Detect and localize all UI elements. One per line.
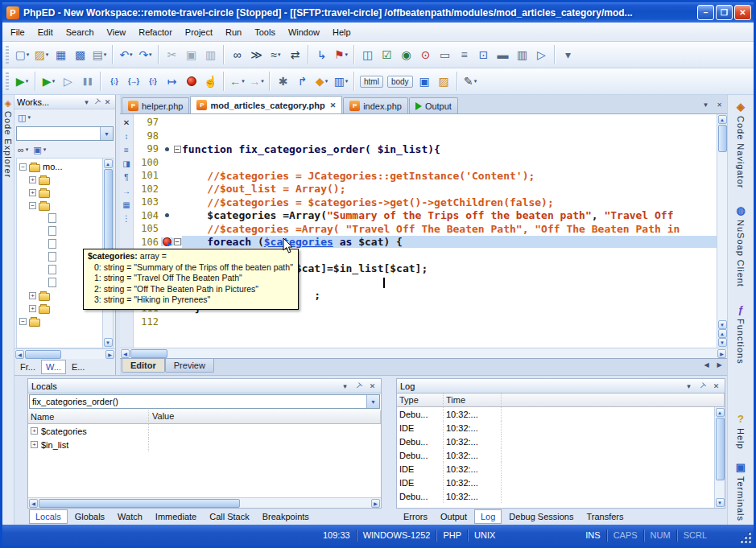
profile-account-button[interactable]: ◆▾ (312, 72, 331, 91)
log-row[interactable]: Debu...10:32:... (397, 448, 725, 462)
log-row[interactable]: IDE10:32:... (397, 421, 725, 435)
file-tab-index-php[interactable]: Pindex.php (343, 97, 408, 113)
code-line-103[interactable]: 103 //$categories = $categories->get()->… (134, 196, 717, 209)
scroll-down-icon[interactable]: ▼ (104, 338, 113, 347)
scroll-down-icon[interactable]: ▼ (718, 320, 727, 329)
code-navigator-tab[interactable]: ◈Code Navigator (734, 100, 748, 188)
scroll-up-icon[interactable]: ▲ (718, 115, 727, 124)
more-tools-button[interactable]: ▾ (559, 45, 577, 64)
copy-markup-button[interactable]: ▣ (415, 72, 434, 91)
next-bookmark-button[interactable]: ▼ (718, 338, 727, 347)
line-number[interactable]: 112 (134, 316, 161, 328)
cut-button[interactable]: ✂ (163, 45, 181, 64)
tree-expander-icon[interactable]: + (29, 176, 36, 183)
stop-button[interactable] (182, 72, 200, 91)
goto-line-button[interactable]: ↳ (312, 45, 331, 64)
scrollbar-thumb[interactable] (718, 125, 727, 152)
scroll-up-icon[interactable]: ▲ (104, 159, 113, 168)
fold-toggle-icon[interactable]: − (174, 146, 181, 153)
gui-list-button[interactable]: ≡ (455, 45, 473, 64)
help-tab[interactable]: ?Help (734, 412, 748, 450)
line-number[interactable]: 103 (134, 196, 161, 208)
prev-bookmark-button[interactable]: ▲ (718, 329, 727, 338)
column-header-time[interactable]: Time (444, 393, 502, 407)
log-row[interactable]: IDE10:32:... (397, 462, 725, 476)
scrollbar-thumb[interactable] (25, 350, 61, 359)
tree-item[interactable] (17, 225, 102, 237)
file-tab-helper-php[interactable]: Phelper.php (122, 97, 189, 113)
toolbar-grip[interactable] (6, 46, 9, 64)
fold-column[interactable]: − (172, 238, 182, 245)
scroll-right-icon[interactable]: ▶ (371, 499, 380, 508)
paste-button[interactable]: ▥ (201, 45, 220, 64)
redo-button[interactable]: ↷▾ (136, 45, 155, 64)
log-tab-debug-sessions[interactable]: Debug Sessions (503, 510, 579, 523)
tree-expander-icon[interactable]: − (19, 163, 27, 171)
locals-row[interactable]: +$categories (28, 424, 381, 438)
navigate-back-button[interactable]: ←▾ (228, 72, 246, 91)
gui-toolbar-button[interactable]: ▥ (513, 45, 531, 64)
run-without-debug-button[interactable]: ▷ (59, 72, 77, 91)
bookmark-button[interactable]: ⚑▾ (332, 45, 350, 64)
scroll-left-icon[interactable]: ◀ (29, 499, 38, 508)
tree-item[interactable]: + (17, 186, 102, 199)
column-header-extra[interactable] (502, 393, 725, 407)
close-tab-button[interactable]: ✕ (713, 99, 725, 110)
close-icon[interactable]: ✕ (102, 98, 113, 106)
column-header-value[interactable]: Value (149, 410, 381, 424)
line-number[interactable]: 106 (134, 237, 161, 248)
code-line-106[interactable]: 106▶− foreach ($categories as $cat) { (134, 236, 717, 249)
scroll-left-icon[interactable]: ◀ (121, 349, 130, 358)
scroll-up-icon[interactable]: ▲ (716, 408, 725, 417)
menu-item-project[interactable]: Project (179, 24, 219, 40)
pause-execution-button[interactable]: ☝ (201, 72, 220, 91)
debug-tab-call-stack[interactable]: Call Stack (204, 510, 255, 523)
show-paragraphs-button[interactable]: ¶ (121, 171, 133, 183)
chevron-down-icon[interactable]: ▾ (684, 382, 694, 390)
log-tab-output[interactable]: Output (435, 510, 473, 523)
bookmark-list-button[interactable]: ≡ (121, 144, 133, 156)
log-row[interactable]: Debu...10:32:... (397, 435, 725, 448)
project-settings-button[interactable]: ✱ (274, 72, 292, 91)
locals-row[interactable]: +$in_list (28, 438, 381, 451)
gui-radio-button[interactable]: ◉ (397, 45, 415, 64)
scroll-right-icon[interactable]: ▶ (717, 349, 726, 358)
chevron-down-icon[interactable]: ▼ (366, 395, 379, 408)
scroll-right-icon[interactable]: ▶ (105, 350, 114, 359)
dock-splitter[interactable] (386, 378, 391, 525)
tree-expander-icon[interactable]: − (29, 202, 36, 209)
minimize-button[interactable]: – (697, 5, 714, 20)
pin-icon[interactable]: ⊤ (352, 379, 365, 392)
gui-media-button[interactable]: ▷ (532, 45, 551, 64)
code-line-98[interactable]: 98 (134, 130, 717, 143)
new-file-button[interactable]: ▢▾ (13, 45, 31, 64)
copy-button[interactable]: ▣ (182, 45, 200, 64)
code-editor[interactable]: ✕↕≡◨¶→▦⋮ 979899−function fix_categories_… (120, 114, 727, 348)
editor-vscrollbar[interactable]: ▲ ▼ ▲ ▼ (717, 114, 727, 348)
replace-button[interactable]: ⇄ (286, 45, 304, 64)
menu-item-window[interactable]: Window (282, 24, 326, 40)
line-number[interactable]: 104 (134, 210, 161, 221)
gui-window-button[interactable]: ◫ (358, 45, 377, 64)
tree-item[interactable]: + (17, 173, 102, 186)
gutter-marks[interactable] (161, 213, 172, 217)
column-header-name[interactable]: Name (28, 410, 149, 424)
body-tag-button[interactable]: body (386, 72, 415, 91)
navigate-forward-button[interactable]: →▾ (247, 72, 266, 91)
line-number[interactable]: 101 (134, 170, 161, 181)
tree-expander-icon[interactable]: − (19, 318, 27, 325)
step-out-button[interactable]: {↑} (143, 72, 162, 91)
code-report-button[interactable]: ▥▾ (332, 72, 350, 91)
deploy-button[interactable]: ↱ (293, 72, 312, 91)
run-in-browser-button[interactable]: ▶▾ (39, 72, 58, 91)
close-icon[interactable]: ✕ (367, 382, 378, 390)
pause-button[interactable]: ❚❚ (78, 72, 97, 91)
terminals-tab[interactable]: ▣Terminals (734, 460, 748, 521)
gui-input-button[interactable]: ▭ (436, 45, 454, 64)
scrollbar-thumb[interactable] (39, 499, 240, 508)
editor-hscrollbar[interactable]: ◀ ▶ (120, 348, 727, 358)
workspace-tab-fr[interactable]: Fr... (16, 361, 39, 373)
tree-item[interactable]: − (17, 315, 102, 328)
menu-item-file[interactable]: File (4, 24, 31, 40)
debug-tab-watch[interactable]: Watch (112, 510, 148, 523)
